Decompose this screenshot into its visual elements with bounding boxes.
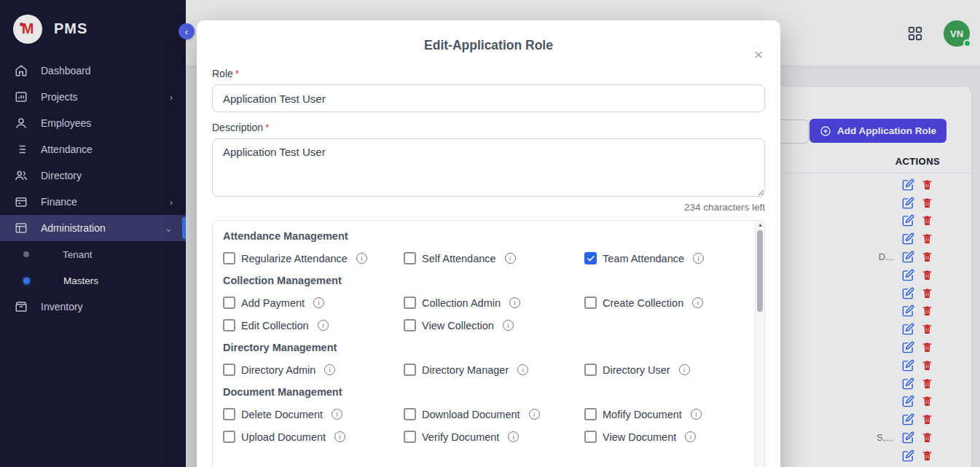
permission-label: View Document [603, 431, 676, 443]
permission-label: Upload Document [241, 431, 326, 443]
permission-label: Directory Admin [241, 364, 315, 376]
checkbox-unchecked[interactable] [404, 408, 416, 420]
permission-grid: Regularize AttendanceiSelf AttendanceiTe… [223, 252, 744, 264]
permission-option[interactable]: View Collectioni [404, 319, 584, 331]
permission-grid: Add PaymentiCollection AdminiCreate Coll… [223, 297, 744, 331]
permission-grid: Delete DocumentiDownload DocumentiMofify… [223, 408, 744, 443]
required-marker: * [265, 122, 269, 133]
permission-label: Verify Document [422, 431, 499, 443]
info-icon[interactable]: i [685, 431, 696, 442]
info-icon[interactable]: i [508, 431, 519, 442]
checkbox-unchecked[interactable] [223, 252, 235, 264]
checkbox-unchecked[interactable] [223, 408, 235, 420]
permission-option[interactable]: Mofify Documenti [584, 408, 744, 420]
info-icon[interactable]: i [529, 409, 540, 420]
permission-label: View Collection [422, 320, 494, 331]
permission-label: Mofify Document [603, 409, 682, 420]
permission-option[interactable]: Verify Documenti [404, 431, 584, 443]
permission-label: Self Attendance [422, 253, 496, 264]
permission-option[interactable]: Directory Admini [223, 364, 404, 376]
permission-option[interactable]: Download Documenti [404, 408, 584, 420]
role-field-label: Role* [212, 68, 765, 79]
permission-label: Edit Collection [241, 320, 309, 331]
modal-title: Edit-Application Role [197, 38, 780, 53]
permission-label: Add Payment [241, 297, 305, 309]
permission-option[interactable]: Team Attendancei [584, 252, 744, 264]
permission-option[interactable]: Edit Collectioni [223, 319, 404, 331]
permission-option[interactable]: Upload Documenti [223, 431, 404, 443]
checkbox-unchecked[interactable] [584, 431, 597, 443]
permission-label: Directory User [603, 364, 670, 376]
sidebar-collapse-button[interactable]: ‹ [179, 23, 195, 39]
checkbox-unchecked[interactable] [584, 297, 597, 309]
permission-label: Collection Admin [422, 297, 501, 309]
permission-section-heading: Attendance Management [223, 230, 744, 242]
role-input[interactable] [212, 85, 765, 112]
checkbox-unchecked[interactable] [404, 297, 416, 309]
permission-option[interactable]: Self Attendancei [404, 252, 584, 264]
info-icon[interactable]: i [332, 409, 342, 420]
description-textarea[interactable]: Application Test User [212, 138, 765, 197]
permission-label: Directory Manager [422, 364, 509, 376]
required-marker: * [235, 68, 239, 79]
scrollbar-thumb[interactable] [757, 230, 763, 312]
info-icon[interactable]: i [691, 409, 702, 420]
description-field-label: Description* [212, 122, 765, 133]
permission-option[interactable]: Delete Documenti [223, 408, 404, 420]
info-icon[interactable]: i [517, 364, 528, 375]
permissions-panel: Attendance ManagementRegularize Attendan… [212, 220, 765, 467]
scroll-up-arrow-icon[interactable]: ▲ [756, 222, 765, 227]
permission-option[interactable]: View Documenti [584, 431, 744, 443]
permission-section-heading: Document Management [223, 386, 744, 398]
info-icon[interactable]: i [679, 364, 690, 375]
info-icon[interactable]: i [693, 253, 704, 264]
permission-label: Team Attendance [603, 253, 684, 264]
info-icon[interactable]: i [356, 253, 367, 264]
app-screen: M PMS Dashboard Projects › Employees Att… [0, 0, 980, 467]
permission-option[interactable]: Directory Useri [584, 364, 744, 376]
checkbox-unchecked[interactable] [404, 431, 416, 443]
info-icon[interactable]: i [318, 320, 329, 331]
checkbox-unchecked[interactable] [404, 364, 416, 376]
checkbox-unchecked[interactable] [404, 252, 416, 264]
permission-label: Create Collection [603, 297, 683, 309]
checkbox-unchecked[interactable] [404, 319, 416, 331]
permission-label: Regularize Attendance [241, 253, 348, 264]
permission-section-heading: Directory Management [223, 342, 744, 353]
checkbox-unchecked[interactable] [584, 408, 597, 420]
checkbox-unchecked[interactable] [223, 319, 235, 331]
info-icon[interactable]: i [692, 297, 703, 308]
info-icon[interactable]: i [503, 320, 514, 331]
permission-option[interactable]: Regularize Attendancei [223, 252, 404, 264]
characters-left-counter: 234 characters left [212, 202, 765, 213]
permission-option[interactable]: Create Collectioni [584, 297, 744, 309]
permissions-sections: Attendance ManagementRegularize Attendan… [213, 221, 764, 462]
permission-grid: Directory AdminiDirectory ManageriDirect… [223, 364, 744, 376]
permission-label: Download Document [422, 409, 520, 420]
scrollbar[interactable]: ▲ ▼ [755, 221, 764, 467]
close-icon[interactable]: × [754, 47, 763, 62]
checkbox-unchecked[interactable] [223, 364, 235, 376]
permission-option[interactable]: Directory Manageri [404, 364, 584, 376]
permission-section-heading: Collection Management [223, 275, 744, 286]
checkbox-unchecked[interactable] [223, 297, 235, 309]
checkbox-unchecked[interactable] [223, 431, 235, 443]
info-icon[interactable]: i [505, 253, 516, 264]
permission-label: Delete Document [241, 409, 323, 420]
permission-option[interactable]: Add Paymenti [223, 297, 404, 309]
info-icon[interactable]: i [324, 364, 335, 375]
info-icon[interactable]: i [313, 297, 324, 308]
edit-application-role-modal: Edit-Application Role × Role* Descriptio… [197, 20, 780, 467]
permission-option[interactable]: Collection Admini [404, 297, 584, 309]
checkbox-checked[interactable] [584, 252, 597, 264]
info-icon[interactable]: i [334, 431, 345, 442]
info-icon[interactable]: i [509, 297, 520, 308]
checkbox-unchecked[interactable] [584, 364, 597, 376]
